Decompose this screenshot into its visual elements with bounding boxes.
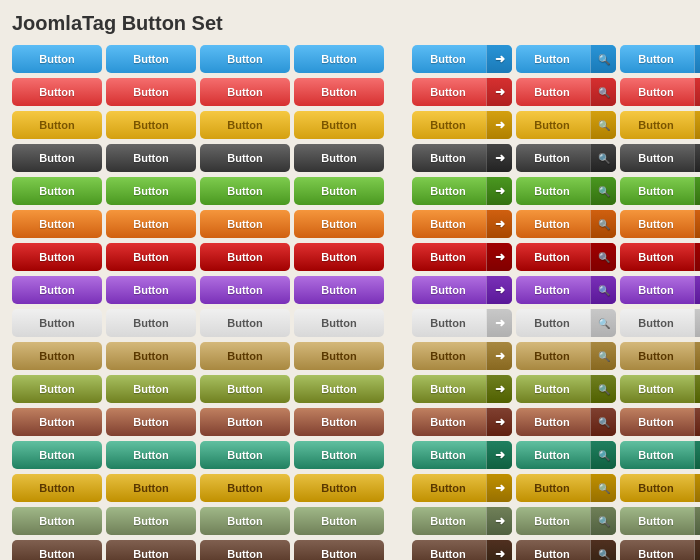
button-plain-13-2[interactable]: Button bbox=[200, 474, 290, 502]
button-plain-1-3[interactable]: Button bbox=[294, 78, 384, 106]
button-arrow-10[interactable]: Button➜ bbox=[412, 375, 512, 403]
button-search-5[interactable]: Button🔍 bbox=[516, 210, 616, 238]
button-plain-8-0[interactable]: Button bbox=[12, 309, 102, 337]
button-plain-15-2[interactable]: Button bbox=[200, 540, 290, 560]
button-arrow-5[interactable]: Button➜ bbox=[412, 210, 512, 238]
button-plain-10-2[interactable]: Button bbox=[200, 375, 290, 403]
button-plain-14-3[interactable]: Button bbox=[294, 507, 384, 535]
button-arrow-3[interactable]: Button➜ bbox=[412, 144, 512, 172]
button-heart-3[interactable]: Button♥ bbox=[620, 144, 700, 172]
button-search-9[interactable]: Button🔍 bbox=[516, 342, 616, 370]
button-plain-12-3[interactable]: Button bbox=[294, 441, 384, 469]
button-search-6[interactable]: Button🔍 bbox=[516, 243, 616, 271]
button-search-10[interactable]: Button🔍 bbox=[516, 375, 616, 403]
button-arrow-15[interactable]: Button➜ bbox=[412, 540, 512, 560]
button-plain-2-1[interactable]: Button bbox=[106, 111, 196, 139]
button-heart-2[interactable]: Button♥ bbox=[620, 111, 700, 139]
button-plain-9-3[interactable]: Button bbox=[294, 342, 384, 370]
button-plain-3-2[interactable]: Button bbox=[200, 144, 290, 172]
button-plain-5-1[interactable]: Button bbox=[106, 210, 196, 238]
button-plain-15-0[interactable]: Button bbox=[12, 540, 102, 560]
button-plain-5-3[interactable]: Button bbox=[294, 210, 384, 238]
button-plain-11-0[interactable]: Button bbox=[12, 408, 102, 436]
button-search-14[interactable]: Button🔍 bbox=[516, 507, 616, 535]
button-plain-10-1[interactable]: Button bbox=[106, 375, 196, 403]
button-heart-7[interactable]: Button♥ bbox=[620, 276, 700, 304]
button-heart-10[interactable]: Button♥ bbox=[620, 375, 700, 403]
button-plain-8-1[interactable]: Button bbox=[106, 309, 196, 337]
button-heart-1[interactable]: Button♥ bbox=[620, 78, 700, 106]
button-plain-8-2[interactable]: Button bbox=[200, 309, 290, 337]
button-plain-13-0[interactable]: Button bbox=[12, 474, 102, 502]
button-plain-5-2[interactable]: Button bbox=[200, 210, 290, 238]
button-plain-13-1[interactable]: Button bbox=[106, 474, 196, 502]
button-plain-15-1[interactable]: Button bbox=[106, 540, 196, 560]
button-plain-3-1[interactable]: Button bbox=[106, 144, 196, 172]
button-search-7[interactable]: Button🔍 bbox=[516, 276, 616, 304]
button-arrow-2[interactable]: Button➜ bbox=[412, 111, 512, 139]
button-plain-6-2[interactable]: Button bbox=[200, 243, 290, 271]
button-plain-1-0[interactable]: Button bbox=[12, 78, 102, 106]
button-arrow-7[interactable]: Button➜ bbox=[412, 276, 512, 304]
button-arrow-13[interactable]: Button➜ bbox=[412, 474, 512, 502]
button-plain-4-0[interactable]: Button bbox=[12, 177, 102, 205]
button-plain-7-1[interactable]: Button bbox=[106, 276, 196, 304]
button-arrow-4[interactable]: Button➜ bbox=[412, 177, 512, 205]
button-search-3[interactable]: Button🔍 bbox=[516, 144, 616, 172]
button-plain-5-0[interactable]: Button bbox=[12, 210, 102, 238]
button-plain-3-0[interactable]: Button bbox=[12, 144, 102, 172]
button-arrow-0[interactable]: Button➜ bbox=[412, 45, 512, 73]
button-plain-12-2[interactable]: Button bbox=[200, 441, 290, 469]
button-heart-8[interactable]: Button♥ bbox=[620, 309, 700, 337]
button-arrow-12[interactable]: Button➜ bbox=[412, 441, 512, 469]
button-plain-7-3[interactable]: Button bbox=[294, 276, 384, 304]
button-plain-2-0[interactable]: Button bbox=[12, 111, 102, 139]
button-search-2[interactable]: Button🔍 bbox=[516, 111, 616, 139]
button-plain-1-1[interactable]: Button bbox=[106, 78, 196, 106]
button-arrow-1[interactable]: Button➜ bbox=[412, 78, 512, 106]
button-plain-0-1[interactable]: Button bbox=[106, 45, 196, 73]
button-search-15[interactable]: Button🔍 bbox=[516, 540, 616, 560]
button-heart-12[interactable]: Button♥ bbox=[620, 441, 700, 469]
button-search-13[interactable]: Button🔍 bbox=[516, 474, 616, 502]
button-plain-15-3[interactable]: Button bbox=[294, 540, 384, 560]
button-plain-14-2[interactable]: Button bbox=[200, 507, 290, 535]
button-heart-4[interactable]: Button♥ bbox=[620, 177, 700, 205]
button-heart-13[interactable]: Button♥ bbox=[620, 474, 700, 502]
button-search-4[interactable]: Button🔍 bbox=[516, 177, 616, 205]
button-plain-2-2[interactable]: Button bbox=[200, 111, 290, 139]
button-arrow-14[interactable]: Button➜ bbox=[412, 507, 512, 535]
button-arrow-8[interactable]: Button➜ bbox=[412, 309, 512, 337]
button-plain-13-3[interactable]: Button bbox=[294, 474, 384, 502]
button-search-0[interactable]: Button🔍 bbox=[516, 45, 616, 73]
button-arrow-6[interactable]: Button➜ bbox=[412, 243, 512, 271]
button-plain-4-3[interactable]: Button bbox=[294, 177, 384, 205]
button-plain-7-2[interactable]: Button bbox=[200, 276, 290, 304]
button-heart-9[interactable]: Button♥ bbox=[620, 342, 700, 370]
button-plain-10-3[interactable]: Button bbox=[294, 375, 384, 403]
button-plain-11-3[interactable]: Button bbox=[294, 408, 384, 436]
button-plain-11-2[interactable]: Button bbox=[200, 408, 290, 436]
button-plain-3-3[interactable]: Button bbox=[294, 144, 384, 172]
button-plain-10-0[interactable]: Button bbox=[12, 375, 102, 403]
button-plain-11-1[interactable]: Button bbox=[106, 408, 196, 436]
button-heart-6[interactable]: Button♥ bbox=[620, 243, 700, 271]
button-heart-15[interactable]: Button♥ bbox=[620, 540, 700, 560]
button-arrow-9[interactable]: Button➜ bbox=[412, 342, 512, 370]
button-plain-8-3[interactable]: Button bbox=[294, 309, 384, 337]
button-search-1[interactable]: Button🔍 bbox=[516, 78, 616, 106]
button-plain-0-3[interactable]: Button bbox=[294, 45, 384, 73]
button-heart-5[interactable]: Button♥ bbox=[620, 210, 700, 238]
button-plain-2-3[interactable]: Button bbox=[294, 111, 384, 139]
button-plain-7-0[interactable]: Button bbox=[12, 276, 102, 304]
button-heart-0[interactable]: Button♥ bbox=[620, 45, 700, 73]
button-plain-14-1[interactable]: Button bbox=[106, 507, 196, 535]
button-plain-12-1[interactable]: Button bbox=[106, 441, 196, 469]
button-plain-9-1[interactable]: Button bbox=[106, 342, 196, 370]
button-plain-6-3[interactable]: Button bbox=[294, 243, 384, 271]
button-plain-9-0[interactable]: Button bbox=[12, 342, 102, 370]
button-plain-0-0[interactable]: Button bbox=[12, 45, 102, 73]
button-search-12[interactable]: Button🔍 bbox=[516, 441, 616, 469]
button-plain-4-2[interactable]: Button bbox=[200, 177, 290, 205]
button-plain-6-0[interactable]: Button bbox=[12, 243, 102, 271]
